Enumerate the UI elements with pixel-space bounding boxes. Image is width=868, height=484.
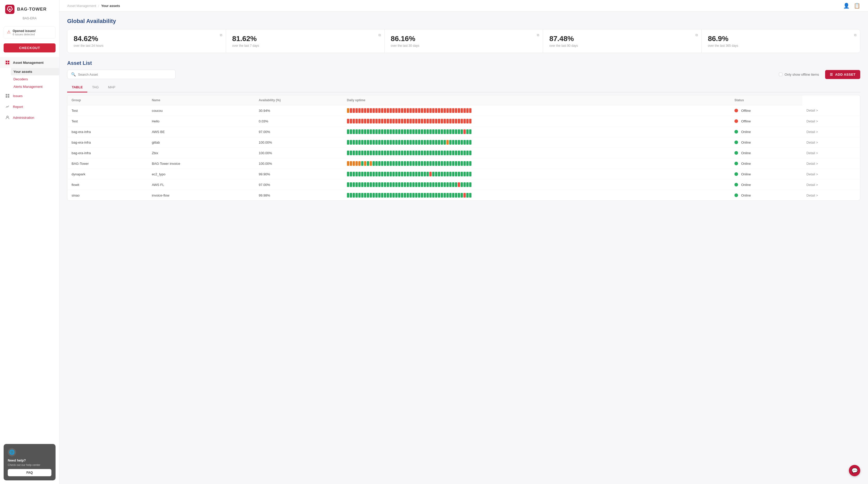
uptime-segment — [384, 119, 386, 124]
uptime-segment — [364, 140, 366, 144]
uptime-segment — [415, 129, 417, 134]
detail-link-8[interactable]: Detail > — [807, 193, 818, 197]
chat-bubble[interactable]: 💬 — [849, 465, 860, 476]
uptime-segment — [429, 182, 432, 187]
uptime-segment — [412, 129, 414, 134]
uptime-segment — [361, 193, 364, 198]
uptime-segment — [432, 151, 435, 155]
uptime-segment — [438, 182, 440, 187]
subnav-your-assets[interactable]: Your assets — [11, 68, 59, 75]
uptime-segment — [435, 161, 437, 166]
checkout-button[interactable]: CHECKOUT — [4, 43, 56, 53]
row-group-7: flowit — [67, 180, 148, 190]
row-detail-2[interactable]: Detail > — [802, 127, 860, 137]
row-detail-7[interactable]: Detail > — [802, 180, 860, 190]
uptime-segment — [424, 119, 426, 124]
subnav-decoders[interactable]: Decoders — [13, 75, 59, 83]
detail-link-4[interactable]: Detail > — [807, 151, 818, 155]
tab-map[interactable]: MAP — [103, 83, 120, 93]
row-detail-6[interactable]: Detail > — [802, 169, 860, 180]
stat-link-4[interactable]: ⧉ — [854, 33, 857, 37]
uptime-segment — [446, 119, 449, 124]
administration-label: Administration — [13, 116, 34, 120]
uptime-segment — [350, 172, 352, 176]
row-detail-5[interactable]: Detail > — [802, 158, 860, 169]
uptime-segment — [401, 182, 403, 187]
user-icon[interactable]: 👤 — [843, 3, 850, 9]
uptime-segment — [347, 182, 349, 187]
row-detail-4[interactable]: Detail > — [802, 148, 860, 158]
uptime-segment — [384, 161, 386, 166]
row-detail-0[interactable]: Detail > — [802, 105, 860, 116]
uptime-segment — [438, 108, 440, 113]
detail-link-5[interactable]: Detail > — [807, 162, 818, 166]
uptime-segment — [463, 151, 466, 155]
uptime-segment — [375, 172, 378, 176]
search-box: 🔍 — [67, 70, 176, 79]
uptime-segment — [390, 172, 392, 176]
logout-icon[interactable]: 📋 — [854, 3, 860, 9]
status-cell-6: Online — [735, 172, 798, 176]
detail-link-6[interactable]: Detail > — [807, 172, 818, 176]
stat-card-2: ⧉ 86.16% over the last 30 days — [385, 29, 543, 53]
row-detail-1[interactable]: Detail > — [802, 116, 860, 127]
uptime-segment — [398, 119, 400, 124]
sidebar-item-report[interactable]: Report — [0, 101, 59, 112]
uptime-segment — [435, 119, 437, 124]
uptime-segment — [421, 193, 423, 198]
uptime-segment — [427, 140, 429, 144]
uptime-segment — [381, 140, 383, 144]
uptime-segment — [412, 172, 414, 176]
stat-link-1[interactable]: ⧉ — [378, 33, 381, 37]
row-name-6: ec2_typo — [148, 169, 255, 180]
detail-link-0[interactable]: Detail > — [807, 108, 818, 112]
detail-link-7[interactable]: Detail > — [807, 183, 818, 187]
subnav-alerts[interactable]: Alerts Management — [13, 83, 59, 90]
uptime-segment — [364, 119, 366, 124]
uptime-segment — [352, 182, 355, 187]
detail-link-3[interactable]: Detail > — [807, 140, 818, 144]
th-status: Status — [730, 95, 802, 105]
faq-button[interactable]: FAQ — [8, 469, 52, 476]
search-input[interactable] — [78, 72, 172, 76]
uptime-segment — [378, 172, 380, 176]
uptime-segment — [347, 151, 349, 155]
offline-checkbox[interactable] — [779, 72, 782, 76]
stat-link-2[interactable]: ⧉ — [537, 33, 539, 37]
status-text-0: Offline — [741, 109, 751, 112]
uptime-segment — [381, 182, 383, 187]
uptime-segment — [429, 119, 432, 124]
uptime-segment — [398, 172, 400, 176]
stat-link-0[interactable]: ⧉ — [220, 33, 222, 37]
uptime-segment — [378, 182, 380, 187]
uptime-segment — [469, 182, 471, 187]
stat-link-3[interactable]: ⧉ — [695, 33, 698, 37]
sidebar-item-issues[interactable]: Issues — [0, 90, 59, 101]
uptime-segment — [407, 140, 409, 144]
sidebar-item-asset-management[interactable]: Asset Management — [0, 57, 59, 68]
uptime-segment — [424, 182, 426, 187]
uptime-segment — [375, 193, 378, 198]
uptime-segment — [418, 182, 420, 187]
uptime-segment — [407, 193, 409, 198]
tab-table[interactable]: TABLE — [67, 83, 87, 93]
uptime-segment — [384, 193, 386, 198]
detail-link-1[interactable]: Detail > — [807, 119, 818, 123]
row-detail-3[interactable]: Detail > — [802, 137, 860, 148]
uptime-segment — [455, 129, 457, 134]
add-asset-button[interactable]: ☰ ADD ASSET — [825, 70, 860, 79]
uptime-segment — [395, 129, 398, 134]
row-uptime-7 — [343, 180, 730, 190]
stat-card-3: ⧉ 87.48% over the last 90 days — [543, 29, 702, 53]
detail-link-2[interactable]: Detail > — [807, 130, 818, 134]
svg-rect-7 — [6, 94, 7, 96]
tab-tag[interactable]: TAG — [87, 83, 103, 93]
uptime-segment — [387, 129, 389, 134]
row-group-0: Test — [67, 105, 148, 116]
uptime-segment — [441, 129, 443, 134]
sidebar-item-administration[interactable]: Administration — [0, 112, 59, 123]
uptime-segment — [424, 129, 426, 134]
uptime-segment — [395, 182, 398, 187]
row-detail-8[interactable]: Detail > — [802, 190, 860, 201]
status-dot-1 — [735, 119, 738, 123]
